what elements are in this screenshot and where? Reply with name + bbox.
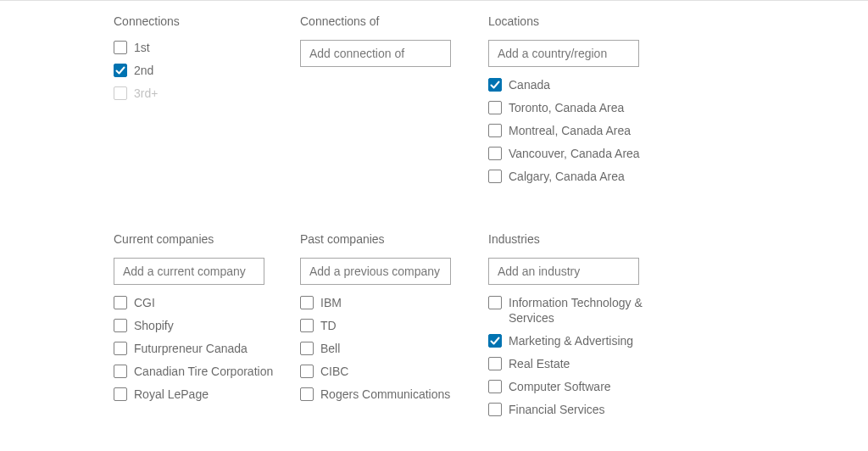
filter-option-label: Real Estate: [509, 356, 570, 371]
checkbox-icon: [114, 319, 127, 332]
current-companies-input[interactable]: [114, 258, 264, 285]
filter-option[interactable]: TD: [300, 318, 488, 333]
filter-option[interactable]: Royal LePage: [114, 387, 300, 402]
filter-row-1: Connections 1st2nd3rd+ Connections of Lo…: [114, 14, 868, 192]
filter-option[interactable]: Marketing & Advertising: [488, 333, 675, 348]
checkbox-icon: [488, 403, 502, 416]
filter-option[interactable]: Real Estate: [488, 356, 675, 371]
checkbox-icon: [300, 319, 314, 332]
industries-section: Industries Information Technology & Serv…: [488, 232, 675, 425]
current-companies-heading: Current companies: [114, 232, 300, 246]
connections-of-section: Connections of: [300, 14, 488, 192]
filter-option-label: Futurpreneur Canada: [134, 341, 248, 356]
filter-option-label: Vancouver, Canada Area: [509, 146, 640, 161]
checkbox-icon: [114, 387, 127, 401]
past-companies-section: Past companies IBMTDBellCIBCRogers Commu…: [300, 232, 488, 425]
filters-container: Connections 1st2nd3rd+ Connections of Lo…: [0, 4, 868, 451]
checkbox-icon: [114, 365, 127, 378]
industries-list: Information Technology & ServicesMarketi…: [488, 295, 675, 417]
current-companies-list: CGIShopifyFuturpreneur CanadaCanadian Ti…: [114, 295, 300, 402]
locations-heading: Locations: [488, 14, 675, 28]
filter-option-label: Information Technology & Services: [509, 295, 675, 326]
filter-option[interactable]: CIBC: [300, 364, 488, 379]
checkbox-icon: [300, 365, 314, 378]
filter-option[interactable]: Shopify: [114, 318, 300, 333]
checkbox-icon: [114, 342, 127, 355]
checkbox-icon: [488, 296, 502, 309]
checkbox-icon: [300, 387, 314, 401]
filter-option-label: Toronto, Canada Area: [509, 100, 624, 115]
filter-option-label: CIBC: [320, 364, 348, 379]
past-companies-heading: Past companies: [300, 232, 488, 246]
filter-option-label: 2nd: [134, 63, 153, 78]
filter-option[interactable]: Canada: [488, 77, 675, 92]
filter-option-label: IBM: [320, 295, 342, 310]
connections-list: 1st2nd3rd+: [114, 40, 300, 101]
checkbox-icon: [488, 78, 502, 92]
filter-option-label: Canadian Tire Corporation: [134, 364, 273, 379]
filter-option-label: TD: [320, 318, 337, 333]
filter-option[interactable]: Futurpreneur Canada: [114, 341, 300, 356]
current-companies-section: Current companies CGIShopifyFuturpreneur…: [114, 232, 300, 425]
filter-option[interactable]: Bell: [300, 341, 488, 356]
checkbox-icon: [114, 296, 127, 309]
filter-option[interactable]: Toronto, Canada Area: [488, 100, 675, 115]
filter-row-2: Current companies CGIShopifyFuturpreneur…: [114, 232, 868, 425]
filter-option-label: 1st: [134, 40, 150, 55]
checkbox-icon: [114, 86, 127, 100]
locations-input[interactable]: [488, 40, 639, 67]
checkbox-icon: [488, 334, 502, 348]
filter-option-label: Calgary, Canada Area: [509, 169, 625, 184]
locations-section: Locations CanadaToronto, Canada AreaMont…: [488, 14, 675, 192]
checkbox-icon: [114, 41, 127, 54]
checkbox-icon: [300, 296, 314, 309]
filter-option[interactable]: Montreal, Canada Area: [488, 123, 675, 138]
filter-option[interactable]: 1st: [114, 40, 300, 55]
filter-option[interactable]: Information Technology & Services: [488, 295, 675, 326]
checkbox-icon: [300, 342, 314, 355]
industries-heading: Industries: [488, 232, 675, 246]
checkbox-icon: [488, 357, 502, 370]
filter-option-label: Rogers Communications: [320, 387, 450, 402]
checkbox-icon: [488, 170, 502, 183]
filter-option[interactable]: Computer Software: [488, 379, 675, 394]
checkbox-icon: [488, 147, 502, 160]
filter-option-label: Financial Services: [509, 402, 605, 417]
filter-option-label: Royal LePage: [134, 387, 209, 402]
past-companies-list: IBMTDBellCIBCRogers Communications: [300, 295, 488, 402]
locations-list: CanadaToronto, Canada AreaMontreal, Cana…: [488, 77, 675, 184]
filter-option[interactable]: Calgary, Canada Area: [488, 169, 675, 184]
checkbox-icon: [488, 101, 502, 114]
filter-option-label: Shopify: [134, 318, 174, 333]
filter-option-label: Marketing & Advertising: [509, 333, 633, 348]
filter-option[interactable]: Financial Services: [488, 402, 675, 417]
checkbox-icon: [488, 380, 502, 393]
filter-option: 3rd+: [114, 86, 300, 101]
filter-option-label: Montreal, Canada Area: [509, 123, 631, 138]
checkbox-icon: [488, 124, 502, 137]
filter-option[interactable]: Canadian Tire Corporation: [114, 364, 300, 379]
filter-option-label: Computer Software: [509, 379, 611, 394]
connections-section: Connections 1st2nd3rd+: [114, 14, 300, 192]
filter-option-label: Canada: [509, 77, 550, 92]
filter-option[interactable]: IBM: [300, 295, 488, 310]
industries-input[interactable]: [488, 258, 639, 285]
connections-of-input[interactable]: [300, 40, 451, 67]
connections-heading: Connections: [114, 14, 300, 28]
filter-option-label: CGI: [134, 295, 155, 310]
filter-option-label: Bell: [320, 341, 340, 356]
filter-option[interactable]: 2nd: [114, 63, 300, 78]
checkbox-icon: [114, 64, 127, 77]
filter-option[interactable]: Rogers Communications: [300, 387, 488, 402]
filter-option[interactable]: Vancouver, Canada Area: [488, 146, 675, 161]
filter-option-label: 3rd+: [134, 86, 158, 101]
filter-option[interactable]: CGI: [114, 295, 300, 310]
past-companies-input[interactable]: [300, 258, 451, 285]
connections-of-heading: Connections of: [300, 14, 488, 28]
